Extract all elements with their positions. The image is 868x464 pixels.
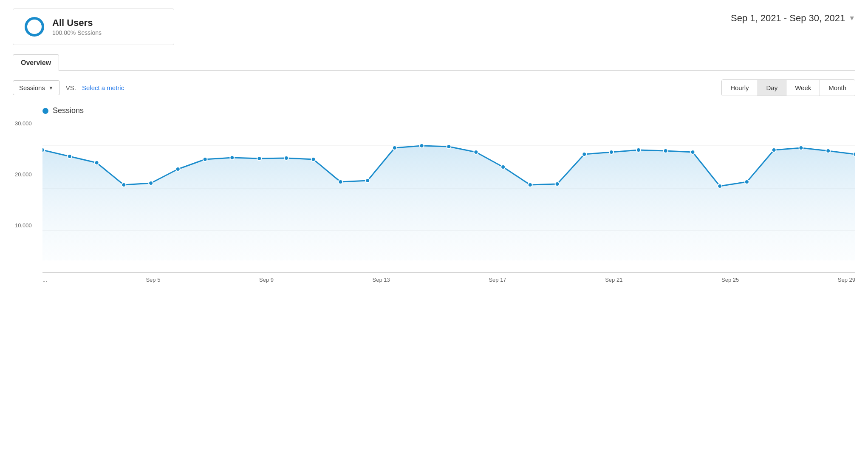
x-axis: ... Sep 5 Sep 9 Sep 13 Sep 17 Sep 21 Sep… xyxy=(42,273,855,283)
svg-point-23 xyxy=(555,182,560,186)
x-label-sep17: Sep 17 xyxy=(489,277,506,283)
chart-container: Sessions 30,000 20,000 10,000 xyxy=(13,106,855,290)
svg-point-22 xyxy=(528,183,532,187)
svg-point-11 xyxy=(230,156,234,160)
chart-wrapper: 30,000 20,000 10,000 xyxy=(42,120,855,290)
svg-point-30 xyxy=(745,180,749,184)
x-label-sep25: Sep 25 xyxy=(721,277,739,283)
svg-point-33 xyxy=(826,149,830,153)
x-label-sep5: Sep 5 xyxy=(146,277,160,283)
svg-point-18 xyxy=(420,144,424,148)
svg-point-34 xyxy=(853,152,855,156)
time-btn-hourly[interactable]: Hourly xyxy=(722,80,758,96)
svg-point-6 xyxy=(95,161,99,165)
x-label-sep29: Sep 29 xyxy=(838,277,855,283)
svg-point-8 xyxy=(149,181,153,185)
time-buttons-group: Hourly Day Week Month xyxy=(721,79,855,96)
controls-row: Sessions ▼ VS. Select a metric Hourly Da… xyxy=(13,79,855,96)
svg-point-12 xyxy=(257,156,261,161)
dropdown-arrow-icon: ▼ xyxy=(48,85,54,91)
svg-point-32 xyxy=(799,146,803,150)
svg-point-0 xyxy=(26,18,43,35)
svg-point-27 xyxy=(664,149,668,153)
x-label-sep21: Sep 21 xyxy=(605,277,622,283)
left-controls: Sessions ▼ VS. Select a metric xyxy=(13,80,124,95)
svg-point-24 xyxy=(582,152,586,156)
svg-point-7 xyxy=(122,183,126,187)
svg-point-4 xyxy=(42,148,45,152)
svg-point-10 xyxy=(203,157,207,161)
metric-label: Sessions xyxy=(19,84,45,91)
svg-point-13 xyxy=(284,156,288,160)
svg-point-15 xyxy=(338,180,342,184)
svg-point-31 xyxy=(772,148,776,152)
x-label-sep13: Sep 13 xyxy=(373,277,390,283)
chevron-down-icon: ▼ xyxy=(848,14,855,22)
legend-label: Sessions xyxy=(53,106,84,115)
y-axis: 30,000 20,000 10,000 xyxy=(15,120,32,273)
svg-point-25 xyxy=(609,150,614,154)
svg-point-21 xyxy=(501,165,505,169)
x-label-sep9: Sep 9 xyxy=(259,277,274,283)
line-chart xyxy=(42,120,855,273)
metric-dropdown[interactable]: Sessions ▼ xyxy=(13,80,60,95)
x-label-ellipsis: ... xyxy=(42,277,47,283)
svg-point-26 xyxy=(636,148,641,152)
y-label-10000: 10,000 xyxy=(15,222,32,229)
y-label-20000: 20,000 xyxy=(15,171,32,178)
svg-point-14 xyxy=(311,157,316,161)
segment-info: All Users 100.00% Sessions xyxy=(52,17,102,36)
svg-point-16 xyxy=(365,178,370,183)
x-axis-line xyxy=(42,272,855,273)
segment-card: All Users 100.00% Sessions xyxy=(13,8,174,45)
svg-point-28 xyxy=(690,150,695,154)
vs-text: VS. xyxy=(66,84,76,91)
time-btn-day[interactable]: Day xyxy=(758,80,787,96)
tab-overview[interactable]: Overview xyxy=(13,54,59,71)
svg-point-20 xyxy=(474,150,478,154)
select-metric-link[interactable]: Select a metric xyxy=(82,84,124,91)
svg-point-5 xyxy=(68,154,72,158)
top-section: All Users 100.00% Sessions Sep 1, 2021 -… xyxy=(13,8,855,45)
svg-point-19 xyxy=(447,144,451,149)
svg-point-17 xyxy=(393,146,397,150)
legend-dot xyxy=(42,108,48,114)
svg-point-9 xyxy=(176,167,180,171)
svg-point-29 xyxy=(718,184,722,188)
segment-sub: 100.00% Sessions xyxy=(52,29,102,36)
date-range-selector[interactable]: Sep 1, 2021 - Sep 30, 2021 ▼ xyxy=(731,13,855,24)
date-range-text: Sep 1, 2021 - Sep 30, 2021 xyxy=(731,13,845,24)
tabs-row: Overview xyxy=(13,54,855,71)
time-btn-month[interactable]: Month xyxy=(820,80,855,96)
time-btn-week[interactable]: Week xyxy=(786,80,820,96)
segment-name: All Users xyxy=(52,17,102,28)
chart-area: ... Sep 5 Sep 9 Sep 13 Sep 17 Sep 21 Sep… xyxy=(42,120,855,290)
chart-legend: Sessions xyxy=(42,106,855,115)
y-label-30000: 30,000 xyxy=(15,120,32,127)
segment-icon xyxy=(23,16,45,38)
